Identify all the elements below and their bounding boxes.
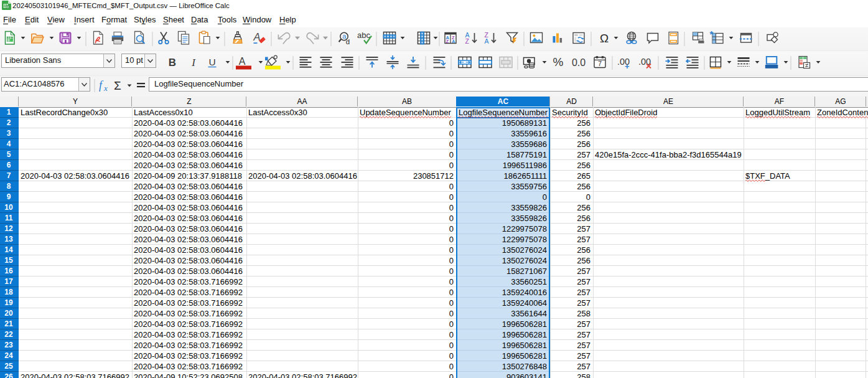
svg-text:Z: Z bbox=[465, 37, 470, 45]
svg-text:I: I bbox=[191, 57, 196, 69]
svg-text:f: f bbox=[99, 79, 104, 92]
svg-text:Z: Z bbox=[446, 39, 449, 44]
svg-text:Ω: Ω bbox=[600, 32, 609, 45]
svg-text:U: U bbox=[208, 57, 215, 67]
svg-text:A: A bbox=[452, 39, 455, 44]
svg-text:≠: ≠ bbox=[805, 62, 808, 69]
svg-text:x: x bbox=[103, 83, 108, 93]
svg-text:7: 7 bbox=[598, 60, 602, 67]
svg-text:B: B bbox=[169, 57, 176, 69]
svg-text:abc: abc bbox=[357, 31, 370, 40]
svg-text:+: + bbox=[625, 62, 630, 71]
svg-text:Σ: Σ bbox=[114, 79, 121, 92]
svg-text:d: d bbox=[346, 38, 350, 45]
svg-text:%: % bbox=[553, 55, 564, 69]
svg-text:A: A bbox=[485, 37, 489, 45]
svg-text:*: * bbox=[710, 29, 714, 39]
svg-text:0.0: 0.0 bbox=[572, 57, 586, 68]
svg-text:A: A bbox=[239, 56, 246, 67]
